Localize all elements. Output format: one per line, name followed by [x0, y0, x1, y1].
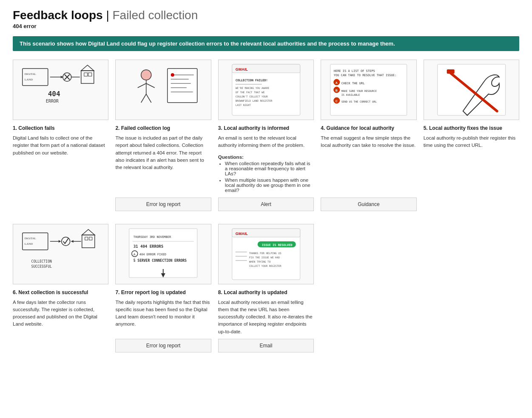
svg-text:31 404 ERRORS: 31 404 ERRORS [134, 244, 163, 249]
card-1-description: Digital Land fails to collect one of the… [13, 135, 108, 157]
svg-text:CHECK THE URL: CHECK THE URL [341, 82, 365, 85]
svg-line-19 [141, 94, 146, 103]
svg-point-15 [141, 70, 151, 80]
svg-text:B: B [336, 89, 338, 92]
card-4-title: 4. Guidance for local authority [321, 125, 416, 131]
svg-text:SUCCESSFUL: SUCCESSFUL [31, 265, 52, 269]
card-1-image: DiGiTAL LAND 404 ERROR [13, 60, 108, 120]
svg-text:COLLECTION: COLLECTION [31, 260, 52, 263]
svg-text:A: A [134, 253, 136, 256]
svg-text:A: A [336, 81, 338, 84]
svg-text:THANKS FOR HELPING US: THANKS FOR HELPING US [249, 252, 282, 255]
svg-text:GMAIL: GMAIL [236, 67, 248, 72]
svg-text:YOU CAN TAKE TO RESOLVE THAT I: YOU CAN TAKE TO RESOLVE THAT ISSUE: [334, 74, 397, 77]
svg-rect-10 [84, 73, 88, 76]
card-3-questions: Questions: When collection repeatedly fa… [218, 155, 314, 194]
svg-point-27 [171, 73, 174, 77]
error-label: 404 error [13, 23, 519, 29]
card-6-description: A few days later the collector runs succ… [13, 299, 108, 328]
svg-text:5 SERVER CONNECTION ERRORS: 5 SERVER CONNECTION ERRORS [134, 259, 187, 263]
card-5-image [424, 60, 519, 120]
svg-marker-12 [81, 65, 94, 71]
svg-rect-0 [23, 69, 48, 86]
card-3-action[interactable]: Alert [218, 198, 314, 211]
card-4-action[interactable]: Guidance [321, 198, 416, 211]
title-separator: | [106, 9, 112, 22]
card-7-action[interactable]: Error log report [115, 339, 211, 352]
svg-text:HERE IS A LIST OF STEPS: HERE IS A LIST OF STEPS [334, 69, 375, 73]
card-3-description: An email is sent to the relevant local a… [218, 135, 314, 149]
card-8-image: GMAIL ISSUE IS RESOLVED THANKS FOR HELPI… [218, 224, 314, 284]
svg-marker-58 [59, 240, 61, 243]
card-1-title: 1. Collection fails [13, 125, 108, 131]
card-7-image: THURSDAY 3RD NOVEMBER 31 404 ERRORS A 40… [115, 224, 211, 284]
story-card-7: THURSDAY 3RD NOVEMBER 31 404 ERRORS A 40… [115, 224, 211, 352]
svg-marker-65 [82, 229, 95, 235]
svg-rect-64 [89, 237, 92, 240]
svg-line-17 [138, 83, 146, 88]
svg-text:IS AVAILABLE: IS AVAILABLE [341, 93, 360, 96]
story-card-3: GMAIL COLLECTION FAILED! WE'RE MAKING YO… [218, 60, 314, 211]
svg-text:LAND: LAND [25, 242, 33, 246]
card-2-action[interactable]: Error log report [115, 198, 211, 211]
card-8-action[interactable]: Email [218, 339, 314, 352]
svg-line-20 [146, 94, 151, 103]
svg-text:GMAIL: GMAIL [236, 232, 248, 236]
story-card-1: DiGiTAL LAND 404 ERROR 1. [13, 60, 108, 211]
svg-text:BROWNFIELD LAND REGISTER: BROWNFIELD LAND REGISTER [236, 99, 273, 102]
storyboard-row-2: DiGiTAL LAND COLLECTION SUCCESSFUL [13, 224, 519, 352]
card-5-description: Local authority re-publish their registe… [424, 135, 519, 149]
svg-text:COLLECTION FAILED!: COLLECTION FAILED! [236, 79, 268, 82]
story-card-6: DiGiTAL LAND COLLECTION SUCCESSFUL [13, 224, 108, 352]
svg-text:WHEN TRYING TO: WHEN TRYING TO [249, 260, 271, 263]
svg-point-59 [62, 237, 70, 246]
svg-text:404 ERROR FIXED: 404 ERROR FIXED [139, 253, 166, 256]
svg-text:SEND US THE CORRECT URL: SEND US THE CORRECT URL [341, 100, 377, 103]
svg-text:THURSDAY 3RD NOVEMBER: THURSDAY 3RD NOVEMBER [134, 235, 171, 239]
story-card-5: 5. Local authority fixes the issue Local… [424, 60, 519, 211]
svg-rect-54 [23, 233, 48, 250]
page-header: Feedback loops | Failed collection 404 e… [13, 9, 519, 29]
card-2-description: The issue is included as part of the dai… [115, 135, 211, 171]
svg-text:C: C [336, 100, 338, 103]
storyboard-row-1: DiGiTAL LAND 404 ERROR 1. [13, 60, 519, 211]
svg-text:LAST NIGHT: LAST NIGHT [236, 103, 251, 106]
svg-text:MAKE SURE YOUR RESOURCE: MAKE SURE YOUR RESOURCE [341, 89, 377, 92]
svg-text:ISSUE IS RESOLVED: ISSUE IS RESOLVED [262, 243, 293, 247]
svg-rect-63 [85, 237, 88, 240]
story-card-2: 2. Failed collection log The issue is in… [115, 60, 211, 211]
svg-rect-62 [82, 235, 95, 248]
svg-text:DiGiTAL: DiGiTAL [25, 237, 36, 240]
card-2-image [115, 60, 211, 120]
svg-line-18 [146, 83, 155, 88]
svg-rect-53 [447, 69, 454, 74]
svg-text:LAND: LAND [25, 78, 33, 81]
svg-text:ERROR: ERROR [46, 99, 59, 103]
card-7-description: The daily reports highlights the fact th… [115, 299, 211, 328]
svg-text:404: 404 [48, 90, 60, 98]
story-card-4: HERE IS A LIST OF STEPS YOU CAN TAKE TO … [321, 60, 416, 211]
card-2-title: 2. Failed collection log [115, 125, 211, 131]
card-8-title: 8. Local authority is updated [218, 289, 314, 295]
card-4-description: The email suggest a few simple steps the… [321, 135, 416, 149]
page-title: Feedback loops | Failed collection [13, 9, 519, 22]
card-3-image: GMAIL COLLECTION FAILED! WE'RE MAKING YO… [218, 60, 314, 120]
svg-text:COLLECT YOUR REGISTER: COLLECT YOUR REGISTER [249, 264, 282, 267]
svg-text:DiGiTAL: DiGiTAL [25, 72, 36, 76]
card-8-description: Local authority receives an email tellin… [218, 299, 314, 335]
card-5-title: 5. Local authority fixes the issue [424, 125, 519, 131]
story-card-8: GMAIL ISSUE IS RESOLVED THANKS FOR HELPI… [218, 224, 314, 352]
svg-text:WE'RE MAKING YOU AWARE: WE'RE MAKING YOU AWARE [236, 86, 270, 89]
svg-rect-11 [88, 73, 92, 76]
svg-text:OF THE FACT THAT WE: OF THE FACT THAT WE [236, 91, 265, 94]
svg-text:COULDN'T COLLECT YOUR: COULDN'T COLLECT YOUR [236, 95, 268, 98]
scenario-banner: This scenario shows how Digital Land cou… [13, 36, 519, 51]
card-4-image: HERE IS A LIST OF STEPS YOU CAN TAKE TO … [321, 60, 416, 120]
card-7-title: 7. Error report log is updated [115, 289, 211, 295]
card-6-image: DiGiTAL LAND COLLECTION SUCCESSFUL [13, 224, 108, 284]
card-3-title: 3. Local authority is informed [218, 125, 314, 131]
svg-text:FIX THE ISSUE WE HAD: FIX THE ISSUE WE HAD [249, 256, 280, 259]
card-6-title: 6. Next collection is successful [13, 289, 108, 295]
